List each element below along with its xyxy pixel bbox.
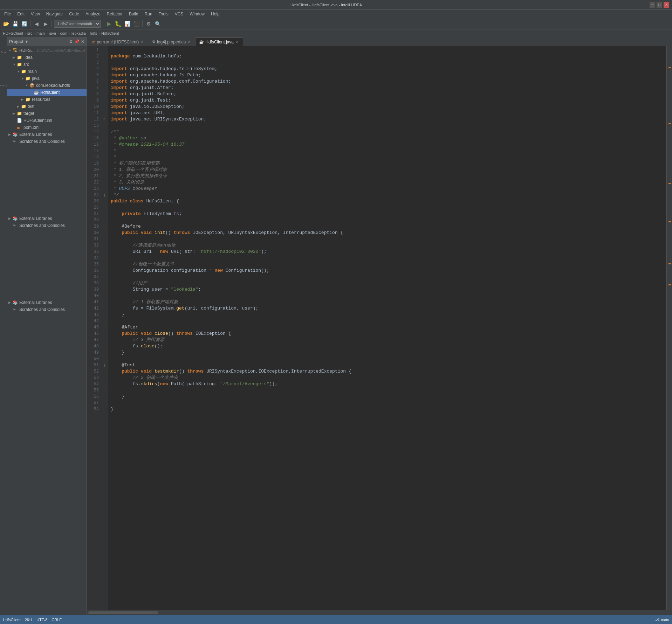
tab-pom-xml[interactable]: m pom.xml (HDFSClient) ✕ <box>88 37 148 46</box>
tree-item-hdfsClient[interactable]: ▼ 🏗 HDFSClient D:\JAVAcodeIDEA\HDFStest\… <box>7 47 87 54</box>
project-pin-icon[interactable]: 📌 <box>74 39 80 44</box>
menu-file[interactable]: File <box>1 11 14 17</box>
tree-item-test[interactable]: ▶ 📁 test <box>7 103 87 110</box>
menu-analyze[interactable]: Analyze <box>83 11 103 17</box>
menu-vcs[interactable]: VCS <box>172 11 186 17</box>
ext-lib-icon-1: 📚 <box>13 132 18 137</box>
menu-help[interactable]: Help <box>208 11 222 17</box>
project-icon[interactable]: Proj <box>0 39 7 67</box>
project-header-actions: ⚙ 📌 ✕ <box>69 39 84 44</box>
menu-window[interactable]: Window <box>187 11 207 17</box>
menu-tools[interactable]: Tools <box>156 11 171 17</box>
maximize-button[interactable]: □ <box>657 2 662 8</box>
tabs-bar: m pom.xml (HDFSClient) ✕ ⚙ log4j.propert… <box>87 37 672 46</box>
ext-lib-icon-3: 📚 <box>13 300 18 305</box>
hdfs-tab-label: HdfsClient.java <box>205 40 234 44</box>
menubar: File Edit View Navigate Code Analyze Ref… <box>0 10 672 18</box>
idea-folder-icon: 📁 <box>17 55 22 60</box>
code-area[interactable]: package com.leokadia.hdfs; import org.ap… <box>108 46 666 610</box>
horizontal-scrollbar[interactable] <box>87 610 672 615</box>
tree-item-idea[interactable]: ▶ 📁 .idea <box>7 54 87 61</box>
editor-area: 1 2 3 4 5 6 7 8 9 10 11 12 13 14 15 16 1… <box>87 46 672 610</box>
pkg-icon: 📦 <box>29 83 35 88</box>
menu-refactor[interactable]: Refactor <box>104 11 125 17</box>
ext-lib-icon-2: 📚 <box>13 216 18 221</box>
toolbar-sync-btn[interactable]: 🔄 <box>20 20 28 28</box>
tree-item-ext-lib-3[interactable]: ▶ 📚 External Libraries <box>7 299 87 306</box>
structure-icon[interactable]: Str <box>0 75 7 96</box>
scroll-marker-4 <box>668 221 671 222</box>
hdfs-tab-close[interactable]: ✕ <box>235 40 239 44</box>
hscroll-thumb[interactable] <box>88 611 158 614</box>
toolbar-search-btn[interactable]: 🔍 <box>154 20 162 28</box>
pom-tab-close[interactable]: ✕ <box>140 40 144 44</box>
tree-item-iml[interactable]: 📄 HDFSClient.iml <box>7 117 87 124</box>
menu-view[interactable]: View <box>28 11 43 17</box>
src-folder-icon: 📁 <box>17 62 22 67</box>
debug-button[interactable]: 🐛 <box>114 20 122 28</box>
project-label: Project ▼ <box>9 39 29 44</box>
toolbar-save-btn[interactable]: 💾 <box>11 20 19 28</box>
tree-item-java[interactable]: ▼ 📁 java <box>7 75 87 82</box>
coverage-button[interactable]: 📊 <box>123 20 131 28</box>
left-icon-strip: Proj Str <box>0 37 7 615</box>
scroll-marker-3 <box>668 183 671 184</box>
tree-item-src[interactable]: ▼ 📁 src <box>7 61 87 68</box>
project-close-icon[interactable]: ✕ <box>81 39 84 44</box>
menu-build[interactable]: Build <box>126 11 141 17</box>
tree-item-scratch-3[interactable]: ✂ Scratches and Consoles <box>7 306 87 313</box>
tab-hdfsClient[interactable]: ☕ HdfsClient.java ✕ <box>195 37 243 46</box>
tree-item-resources[interactable]: ▶ 📁 resources <box>7 96 87 103</box>
project-cog-icon[interactable]: ⚙ <box>69 39 73 44</box>
toolbar-back-btn[interactable]: ◀ <box>33 20 40 28</box>
toolbar-settings-btn[interactable]: ⚙ <box>145 20 152 28</box>
scratch-icon-1: ✂ <box>13 139 18 144</box>
close-button[interactable]: ✕ <box>664 2 669 8</box>
tree-item-ext-lib-1[interactable]: ▶ 📚 External Libraries <box>7 131 87 138</box>
tree-item-ext-lib-2[interactable]: ▶ 📚 External Libraries <box>7 215 87 222</box>
breadcrumb-item[interactable]: HDFSClient <box>3 31 23 35</box>
tab-log4j[interactable]: ⚙ log4j.properties ✕ <box>148 37 195 46</box>
titlebar-title: HdfsClient - HdfsClient.java - IntelliJ … <box>290 3 362 7</box>
statusbar-left: HdfsClient 26:1 UTF-8 CRLF <box>3 618 62 622</box>
breadcrumb-item[interactable]: main <box>36 31 45 35</box>
run-config-dropdown[interactable]: HdfsClient.testmkdir <box>54 20 101 28</box>
java-file-icon: ☕ <box>34 90 39 95</box>
tree-item-scratch-2[interactable]: ✂ Scratches and Consoles <box>7 222 87 229</box>
log4j-tab-close[interactable]: ✕ <box>187 40 191 44</box>
tree-item-pom[interactable]: m pom.xml <box>7 124 87 131</box>
project-header-left: Project ▼ <box>9 39 29 44</box>
statusbar-encoding[interactable]: UTF-8 <box>36 618 47 622</box>
project-tree: ▼ 🏗 HDFSClient D:\JAVAcodeIDEA\HDFStest\… <box>7 46 87 615</box>
tree-item-target[interactable]: ▶ 📁 target <box>7 110 87 117</box>
breadcrumb-item[interactable]: com <box>60 31 67 35</box>
menu-run[interactable]: Run <box>142 11 155 17</box>
statusbar-git[interactable]: ⎇ main <box>655 617 669 622</box>
toolbar-forward-btn[interactable]: ▶ <box>42 20 49 28</box>
breadcrumb-item[interactable]: java <box>49 31 56 35</box>
menu-code[interactable]: Code <box>66 11 82 17</box>
breadcrumb-item[interactable]: hdfs <box>90 31 97 35</box>
minimize-button[interactable]: ─ <box>650 2 655 8</box>
main-folder-icon: 📁 <box>21 69 27 74</box>
titlebar-controls[interactable]: ─ □ ✕ <box>650 2 669 8</box>
scratch-icon-3: ✂ <box>13 307 18 312</box>
gutter-icons: ≡ ⟩ ○ <box>101 46 108 610</box>
tree-item-main[interactable]: ▼ 📁 main <box>7 68 87 75</box>
tree-item-hdfsClient-java[interactable]: ☕ HdfsClient <box>7 89 87 96</box>
menu-navigate[interactable]: Navigate <box>43 11 66 17</box>
menu-edit[interactable]: Edit <box>14 11 27 17</box>
run-button[interactable]: ▶ <box>105 20 113 28</box>
tree-item-pkg[interactable]: ▼ 📦 com.leokadia.hdfs <box>7 82 87 89</box>
breadcrumb-item[interactable]: HdfsClient <box>101 31 119 35</box>
toolbar-open-btn[interactable]: 📂 <box>2 20 10 28</box>
toolbar-sep1 <box>30 20 30 27</box>
statusbar-line-col[interactable]: 26:1 <box>25 618 32 622</box>
toolbar-stop-btn[interactable]: ⬛ <box>132 20 140 28</box>
breadcrumb-item[interactable]: src <box>27 31 33 35</box>
breadcrumb-item[interactable]: leokadia <box>71 31 86 35</box>
right-scrollbar-strip[interactable] <box>666 46 672 610</box>
statusbar-line-sep[interactable]: CRLF <box>52 618 62 622</box>
tree-item-scratch-1[interactable]: ✂ Scratches and Consoles <box>7 138 87 145</box>
toolbar-sep3 <box>103 20 103 27</box>
